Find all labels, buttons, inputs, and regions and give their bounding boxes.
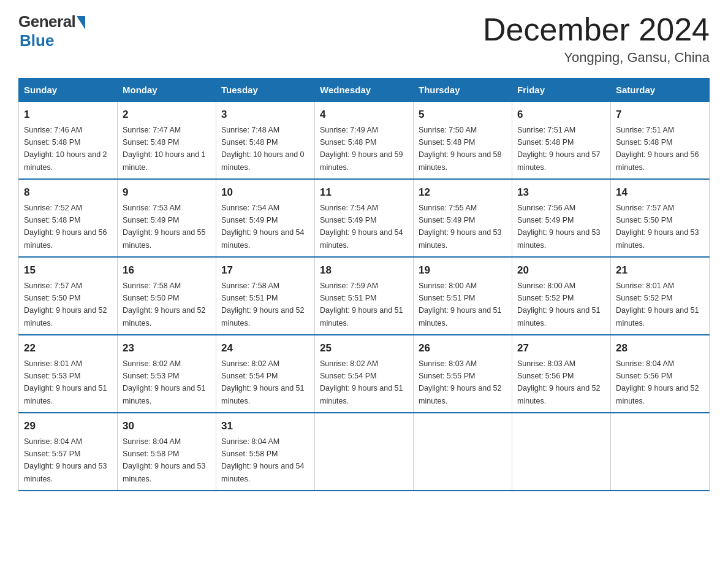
day-number: 19 <box>419 262 507 278</box>
day-info: Sunrise: 7:47 AMSunset: 5:48 PMDaylight:… <box>123 126 206 172</box>
day-number: 30 <box>123 418 211 434</box>
day-info: Sunrise: 8:03 AMSunset: 5:56 PMDaylight:… <box>517 359 601 405</box>
day-info: Sunrise: 7:53 AMSunset: 5:49 PMDaylight:… <box>123 204 206 250</box>
day-number: 28 <box>616 340 704 356</box>
day-info: Sunrise: 7:59 AMSunset: 5:51 PMDaylight:… <box>320 282 403 327</box>
day-number: 2 <box>123 107 211 123</box>
day-info: Sunrise: 7:54 AMSunset: 5:49 PMDaylight:… <box>320 204 403 250</box>
col-friday: Friday <box>512 79 611 102</box>
col-saturday: Saturday <box>611 79 710 102</box>
calendar-cell: 2 Sunrise: 7:47 AMSunset: 5:48 PMDayligh… <box>118 102 216 180</box>
page-header: General Blue December 2024 Yongping, Gan… <box>18 12 710 66</box>
day-info: Sunrise: 8:04 AMSunset: 5:58 PMDaylight:… <box>123 437 206 483</box>
day-number: 27 <box>517 340 605 356</box>
calendar-cell: 22 Sunrise: 8:01 AMSunset: 5:53 PMDaylig… <box>19 335 118 413</box>
calendar-cell: 14 Sunrise: 7:57 AMSunset: 5:50 PMDaylig… <box>611 179 710 257</box>
calendar-cell: 7 Sunrise: 7:51 AMSunset: 5:48 PMDayligh… <box>611 102 710 180</box>
calendar-cell: 26 Sunrise: 8:03 AMSunset: 5:55 PMDaylig… <box>414 335 512 413</box>
day-number: 26 <box>419 340 507 356</box>
day-number: 22 <box>24 340 112 356</box>
day-number: 25 <box>320 340 408 356</box>
day-number: 15 <box>24 262 112 278</box>
calendar-cell <box>414 413 512 491</box>
day-number: 17 <box>221 262 309 278</box>
calendar-header: Sunday Monday Tuesday Wednesday Thursday… <box>19 79 710 102</box>
day-number: 12 <box>419 185 507 201</box>
day-info: Sunrise: 7:55 AMSunset: 5:49 PMDaylight:… <box>419 204 502 250</box>
day-number: 7 <box>616 107 704 123</box>
day-info: Sunrise: 8:04 AMSunset: 5:56 PMDaylight:… <box>616 359 699 405</box>
calendar-cell: 11 Sunrise: 7:54 AMSunset: 5:49 PMDaylig… <box>315 179 414 257</box>
day-number: 24 <box>221 340 309 356</box>
day-number: 31 <box>221 418 309 434</box>
calendar-cell: 17 Sunrise: 7:58 AMSunset: 5:51 PMDaylig… <box>216 257 315 335</box>
logo-blue-text: Blue <box>20 31 54 50</box>
calendar-cell: 3 Sunrise: 7:48 AMSunset: 5:48 PMDayligh… <box>216 102 315 180</box>
day-info: Sunrise: 7:52 AMSunset: 5:48 PMDaylight:… <box>24 204 107 250</box>
calendar-table: Sunday Monday Tuesday Wednesday Thursday… <box>18 78 710 491</box>
day-number: 23 <box>123 340 211 356</box>
calendar-cell: 25 Sunrise: 8:02 AMSunset: 5:54 PMDaylig… <box>315 335 414 413</box>
day-number: 8 <box>24 185 112 201</box>
calendar-row-1: 1 Sunrise: 7:46 AMSunset: 5:48 PMDayligh… <box>19 102 710 180</box>
calendar-cell <box>512 413 611 491</box>
calendar-title: December 2024 <box>483 12 710 47</box>
col-wednesday: Wednesday <box>315 79 414 102</box>
calendar-row-2: 8 Sunrise: 7:52 AMSunset: 5:48 PMDayligh… <box>19 179 710 257</box>
day-number: 5 <box>419 107 507 123</box>
day-info: Sunrise: 8:02 AMSunset: 5:53 PMDaylight:… <box>123 359 206 405</box>
day-number: 20 <box>517 262 605 278</box>
day-number: 14 <box>616 185 704 201</box>
col-tuesday: Tuesday <box>216 79 315 102</box>
day-info: Sunrise: 7:51 AMSunset: 5:48 PMDaylight:… <box>517 126 601 172</box>
calendar-cell: 6 Sunrise: 7:51 AMSunset: 5:48 PMDayligh… <box>512 102 611 180</box>
calendar-cell: 13 Sunrise: 7:56 AMSunset: 5:49 PMDaylig… <box>512 179 611 257</box>
day-info: Sunrise: 8:02 AMSunset: 5:54 PMDaylight:… <box>221 359 305 405</box>
day-info: Sunrise: 7:58 AMSunset: 5:50 PMDaylight:… <box>123 282 206 327</box>
col-sunday: Sunday <box>19 79 118 102</box>
logo-arrow-icon <box>77 16 85 29</box>
calendar-cell: 12 Sunrise: 7:55 AMSunset: 5:49 PMDaylig… <box>414 179 512 257</box>
day-number: 3 <box>221 107 309 123</box>
day-info: Sunrise: 8:03 AMSunset: 5:55 PMDaylight:… <box>419 359 502 405</box>
day-number: 10 <box>221 185 309 201</box>
calendar-cell: 10 Sunrise: 7:54 AMSunset: 5:49 PMDaylig… <box>216 179 315 257</box>
day-number: 21 <box>616 262 704 278</box>
calendar-cell: 5 Sunrise: 7:50 AMSunset: 5:48 PMDayligh… <box>414 102 512 180</box>
day-info: Sunrise: 8:04 AMSunset: 5:58 PMDaylight:… <box>221 437 305 483</box>
day-info: Sunrise: 8:02 AMSunset: 5:54 PMDaylight:… <box>320 359 403 405</box>
day-info: Sunrise: 8:00 AMSunset: 5:52 PMDaylight:… <box>517 282 601 327</box>
calendar-cell: 8 Sunrise: 7:52 AMSunset: 5:48 PMDayligh… <box>19 179 118 257</box>
calendar-cell: 29 Sunrise: 8:04 AMSunset: 5:57 PMDaylig… <box>19 413 118 491</box>
day-number: 18 <box>320 262 408 278</box>
day-info: Sunrise: 8:00 AMSunset: 5:51 PMDaylight:… <box>419 282 502 327</box>
day-info: Sunrise: 7:46 AMSunset: 5:48 PMDaylight:… <box>24 126 107 172</box>
day-info: Sunrise: 8:01 AMSunset: 5:53 PMDaylight:… <box>24 359 107 405</box>
day-number: 4 <box>320 107 408 123</box>
calendar-cell: 1 Sunrise: 7:46 AMSunset: 5:48 PMDayligh… <box>19 102 118 180</box>
calendar-cell <box>315 413 414 491</box>
calendar-subtitle: Yongping, Gansu, China <box>483 50 710 66</box>
day-number: 6 <box>517 107 605 123</box>
day-info: Sunrise: 7:56 AMSunset: 5:49 PMDaylight:… <box>517 204 601 250</box>
calendar-cell: 20 Sunrise: 8:00 AMSunset: 5:52 PMDaylig… <box>512 257 611 335</box>
day-info: Sunrise: 7:48 AMSunset: 5:48 PMDaylight:… <box>221 126 305 172</box>
calendar-row-5: 29 Sunrise: 8:04 AMSunset: 5:57 PMDaylig… <box>19 413 710 491</box>
day-number: 1 <box>24 107 112 123</box>
logo[interactable]: General Blue <box>18 12 85 50</box>
day-number: 29 <box>24 418 112 434</box>
day-info: Sunrise: 7:57 AMSunset: 5:50 PMDaylight:… <box>24 282 107 327</box>
calendar-cell: 30 Sunrise: 8:04 AMSunset: 5:58 PMDaylig… <box>118 413 216 491</box>
logo-general-text: General <box>18 12 75 31</box>
day-info: Sunrise: 7:58 AMSunset: 5:51 PMDaylight:… <box>221 282 305 327</box>
day-info: Sunrise: 8:04 AMSunset: 5:57 PMDaylight:… <box>24 437 107 483</box>
calendar-cell: 31 Sunrise: 8:04 AMSunset: 5:58 PMDaylig… <box>216 413 315 491</box>
day-number: 9 <box>123 185 211 201</box>
calendar-cell: 27 Sunrise: 8:03 AMSunset: 5:56 PMDaylig… <box>512 335 611 413</box>
day-number: 11 <box>320 185 408 201</box>
calendar-cell: 24 Sunrise: 8:02 AMSunset: 5:54 PMDaylig… <box>216 335 315 413</box>
day-info: Sunrise: 7:49 AMSunset: 5:48 PMDaylight:… <box>320 126 403 172</box>
day-number: 16 <box>123 262 211 278</box>
header-row: Sunday Monday Tuesday Wednesday Thursday… <box>19 79 710 102</box>
calendar-row-3: 15 Sunrise: 7:57 AMSunset: 5:50 PMDaylig… <box>19 257 710 335</box>
